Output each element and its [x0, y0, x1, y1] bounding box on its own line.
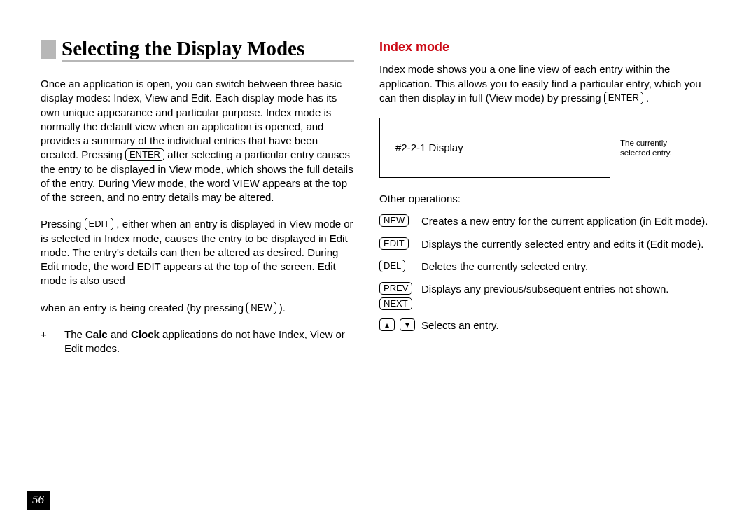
index-intro: Index mode shows you a one line view of …	[379, 62, 715, 105]
op-desc-edit: Displays the currently selected entry an…	[421, 237, 715, 251]
note-row: + The Calc and Clock applications do not…	[41, 328, 354, 356]
op-row-del: DEL Deletes the currently selected entry…	[379, 260, 715, 274]
paragraph-1: Once an application is open, you can swi…	[41, 77, 354, 204]
p3-text-b: ).	[279, 302, 286, 314]
p3-text-a: when an entry is being created (by press…	[41, 302, 246, 314]
section-heading-index-mode: Index mode	[379, 38, 715, 55]
op-desc-del: Deletes the currently selected entry.	[421, 260, 715, 274]
paragraph-2: Pressing EDIT , either when an entry is …	[41, 217, 354, 288]
index-example-box: #2-2-1 Display	[379, 118, 610, 178]
title-tab-ornament	[41, 40, 56, 59]
edit-keycap: EDIT	[85, 218, 114, 230]
op-row-prev-next: PREV NEXT Displays any previous/subseque…	[379, 282, 715, 310]
index-example-text: #2-2-1 Display	[396, 141, 463, 155]
op-keys-arrows: ▴ ▾	[379, 318, 421, 332]
note-bullet-icon: +	[41, 328, 50, 356]
paragraph-3: when an entry is being created (by press…	[41, 301, 354, 315]
edit-keycap-2: EDIT	[379, 237, 409, 250]
op-row-new: NEW Creates a new entry for the current …	[379, 214, 715, 228]
op-row-edit: EDIT Displays the currently selected ent…	[379, 237, 715, 251]
op-keys-del: DEL	[379, 260, 421, 274]
note-body: The Calc and Clock applications do not h…	[64, 328, 354, 356]
arrow-down-keycap: ▾	[400, 318, 415, 331]
two-column-layout: Selecting the Display Modes Once an appl…	[41, 38, 722, 356]
prev-keycap: PREV	[379, 282, 412, 295]
right-column: Index mode Index mode shows you a one li…	[379, 38, 715, 356]
enter-keycap: ENTER	[125, 148, 164, 161]
diagram-row: #2-2-1 Display The currently selected en…	[379, 118, 715, 178]
note-text-a: The	[64, 328, 85, 340]
enter-keycap-2: ENTER	[604, 92, 643, 104]
note-bold-clock: Clock	[131, 328, 160, 340]
note-bold-calc: Calc	[85, 328, 108, 340]
left-column: Selecting the Display Modes Once an appl…	[41, 38, 354, 356]
del-keycap: DEL	[379, 260, 405, 272]
note-text-mid: and	[111, 328, 131, 340]
arrow-up-keycap: ▴	[379, 318, 395, 331]
op-desc-new: Creates a new entry for the current appl…	[421, 214, 715, 228]
manual-page: Selecting the Display Modes Once an appl…	[0, 0, 756, 532]
op-desc-prev-next: Displays any previous/subsequent entries…	[421, 282, 715, 310]
title-row: Selecting the Display Modes	[41, 38, 354, 62]
new-keycap-2: NEW	[379, 214, 409, 227]
title-underline: Selecting the Display Modes	[62, 38, 354, 62]
index-example-caption: The currently selected entry.	[620, 138, 690, 158]
new-keycap: NEW	[246, 302, 276, 314]
other-operations-label: Other operations:	[379, 192, 715, 206]
intro-text-a: Index mode shows you a one line view of …	[379, 63, 701, 104]
next-keycap: NEXT	[379, 298, 412, 310]
p2-text-a: Pressing	[41, 218, 85, 230]
op-row-arrows: ▴ ▾ Selects an entry.	[379, 318, 715, 332]
op-desc-arrows: Selects an entry.	[421, 318, 715, 332]
intro-text-b: .	[646, 92, 649, 104]
page-number-badge: 56	[27, 491, 50, 510]
page-title: Selecting the Display Modes	[62, 38, 304, 59]
op-keys-new: NEW	[379, 214, 421, 228]
op-keys-edit: EDIT	[379, 237, 421, 251]
op-keys-prev-next: PREV NEXT	[379, 282, 421, 310]
